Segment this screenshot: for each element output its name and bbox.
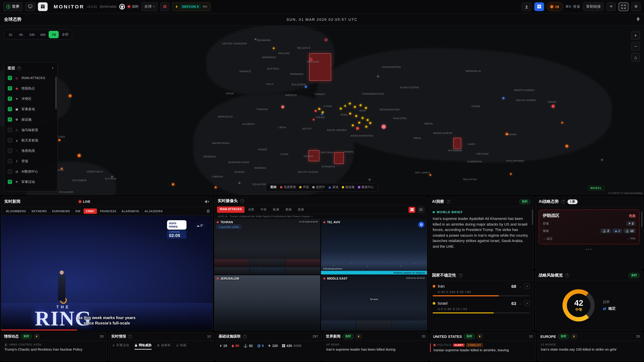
map-marker[interactable] xyxy=(273,47,274,49)
camera-feed-telaviv[interactable]: TEL AVIV tv/breakingisraelnews Realtime … xyxy=(321,219,427,274)
time-range-button[interactable]: 48h xyxy=(38,31,48,38)
map-marker[interactable] xyxy=(61,168,63,170)
layer-item[interactable]: ◉情报热点 xyxy=(4,83,57,93)
camera-thumb[interactable] xyxy=(286,267,320,274)
monitor-view-button[interactable] xyxy=(25,2,35,11)
map-attribution[interactable]: © CARTO © OpenStreetMap xyxy=(608,192,643,195)
copy-link-button[interactable]: 复制链接 xyxy=(583,2,604,11)
map-marker[interactable] xyxy=(367,119,369,121)
map-marker[interactable] xyxy=(366,125,368,128)
layer-item[interactable]: ▲航天发射场 xyxy=(4,135,57,145)
news-settings-icon[interactable]: ⚙ xyxy=(206,209,210,214)
scrollbar[interactable] xyxy=(532,210,533,225)
map-marker[interactable] xyxy=(377,76,379,77)
world-view-button[interactable]: 世界 xyxy=(3,2,22,11)
help-icon[interactable]: ? xyxy=(128,334,132,338)
map-marker[interactable] xyxy=(506,133,508,135)
tab-nuclear[interactable]: ☢核事务 xyxy=(154,341,174,350)
map-marker[interactable] xyxy=(314,110,317,112)
tab-cyber-threats[interactable]: 网络威胁 xyxy=(132,341,154,350)
map-alert-zone[interactable] xyxy=(334,152,344,164)
grid-view-button[interactable] xyxy=(408,207,415,213)
share-icon[interactable]: ↗ xyxy=(524,301,530,306)
world-map[interactable]: UNITED KINGDOMDENMARKBELARUSPOLANDGERMAN… xyxy=(0,25,644,195)
mute-icon[interactable] xyxy=(205,200,209,203)
flash-filter-button[interactable] xyxy=(571,334,577,339)
ai-insight-body[interactable]: WORLD BRIEF Iran's supreme leader Ayatol… xyxy=(429,207,534,269)
home-button[interactable]: ⌂ xyxy=(631,53,640,62)
map-marker[interactable] xyxy=(69,95,72,97)
github-icon[interactable] xyxy=(119,3,125,9)
camera-thumb[interactable] xyxy=(356,321,392,331)
layer-checkbox[interactable] xyxy=(8,107,12,111)
flash-filter-button[interactable] xyxy=(34,334,40,339)
region-select[interactable]: 全球 ▾ xyxy=(142,2,158,11)
help-icon[interactable]: ? xyxy=(458,273,462,277)
panels-view-button[interactable] xyxy=(38,2,48,11)
map-marker[interactable] xyxy=(358,122,360,124)
map-marker[interactable] xyxy=(324,38,327,41)
map-marker[interactable] xyxy=(340,108,342,110)
camera-thumb[interactable] xyxy=(392,321,427,331)
camera-filter-tab[interactable]: 欧洲 xyxy=(270,206,282,213)
video-progress-bar[interactable] xyxy=(1,330,77,331)
layer-checkbox[interactable] xyxy=(8,128,12,132)
news-channel-tab[interactable]: FRANCE24 xyxy=(98,208,118,214)
map-marker[interactable] xyxy=(565,145,568,147)
map-marker[interactable] xyxy=(322,111,324,113)
download-button[interactable] xyxy=(522,2,532,11)
stat-links[interactable]: 435条链路 xyxy=(282,344,301,348)
user-handle[interactable]: @eliehabib xyxy=(100,5,116,8)
map-marker[interactable] xyxy=(239,183,240,184)
stat-network[interactable]: 9 xyxy=(257,344,264,348)
list-view-button[interactable] xyxy=(418,207,424,213)
news-video-player[interactable]: THE RING euronews. LONDON 02:05 ☁ 8° as … xyxy=(1,216,213,331)
layer-checkbox[interactable] xyxy=(8,117,12,122)
more-ellipsis[interactable]: ••• xyxy=(539,247,640,252)
chevron-down-icon[interactable]: ▼ xyxy=(51,67,54,70)
layer-item[interactable]: ☢核设施 xyxy=(4,114,57,125)
map-marker[interactable] xyxy=(318,108,320,110)
map-marker[interactable] xyxy=(354,106,356,108)
layer-item[interactable]: ⚠伽马辐射器 xyxy=(4,125,57,135)
map-marker[interactable] xyxy=(561,122,563,123)
scrollbar[interactable] xyxy=(55,77,57,109)
time-range-button[interactable]: 24h xyxy=(27,31,37,38)
camera-thumb[interactable] xyxy=(250,267,285,274)
layer-item[interactable]: ‖管道 xyxy=(4,156,57,166)
layer-checkbox[interactable] xyxy=(8,148,12,153)
map-marker[interactable] xyxy=(310,58,312,61)
camera-thumb[interactable] xyxy=(321,321,356,331)
map-marker[interactable] xyxy=(282,106,284,108)
time-range-button[interactable]: 全部 xyxy=(60,31,71,38)
map-marker[interactable] xyxy=(321,113,323,115)
zoom-in-button[interactable]: + xyxy=(631,31,640,39)
camera-filter-tab[interactable]: 美洲 xyxy=(283,206,294,213)
camera-filter-tab[interactable]: 中东 xyxy=(258,206,269,213)
help-icon[interactable]: ? xyxy=(565,273,569,277)
layer-item[interactable]: ✕冲突区 xyxy=(4,93,57,104)
news-channel-tab[interactable]: SKYNEWS xyxy=(29,208,49,214)
layer-checkbox[interactable] xyxy=(8,96,12,101)
map-marker[interactable] xyxy=(215,186,217,188)
map-marker[interactable] xyxy=(58,139,60,141)
map-alert-zone[interactable] xyxy=(453,138,461,149)
news-channel-tab[interactable]: EURONEWS xyxy=(50,208,72,214)
news-channel-tab[interactable]: ALARABIYA xyxy=(119,208,142,214)
tab-military-activity[interactable]: ✕军事活动 xyxy=(110,341,132,350)
time-range-button[interactable]: 1h xyxy=(5,31,16,38)
search-shortcut[interactable]: ⌘K 搜索 xyxy=(566,4,580,9)
stat-power[interactable]: 18 xyxy=(220,344,227,348)
map-marker[interactable] xyxy=(172,183,174,186)
camera-thumb[interactable] xyxy=(214,259,249,266)
flash-filter-button[interactable] xyxy=(356,334,362,339)
layers-panel-header[interactable]: 图层 ? ▼ xyxy=(4,63,57,73)
help-icon[interactable]: ? xyxy=(243,334,247,338)
help-icon[interactable]: ? xyxy=(561,200,565,204)
layer-checkbox[interactable] xyxy=(8,159,12,163)
camera-feed-jerusalem[interactable]: JERUSALEM xyxy=(214,275,320,331)
time-range-button[interactable]: 6h xyxy=(16,31,26,38)
share-icon[interactable]: ↗ xyxy=(524,284,530,289)
map-marker[interactable] xyxy=(365,107,367,109)
layer-item[interactable]: ✈军事活动 xyxy=(4,177,57,187)
